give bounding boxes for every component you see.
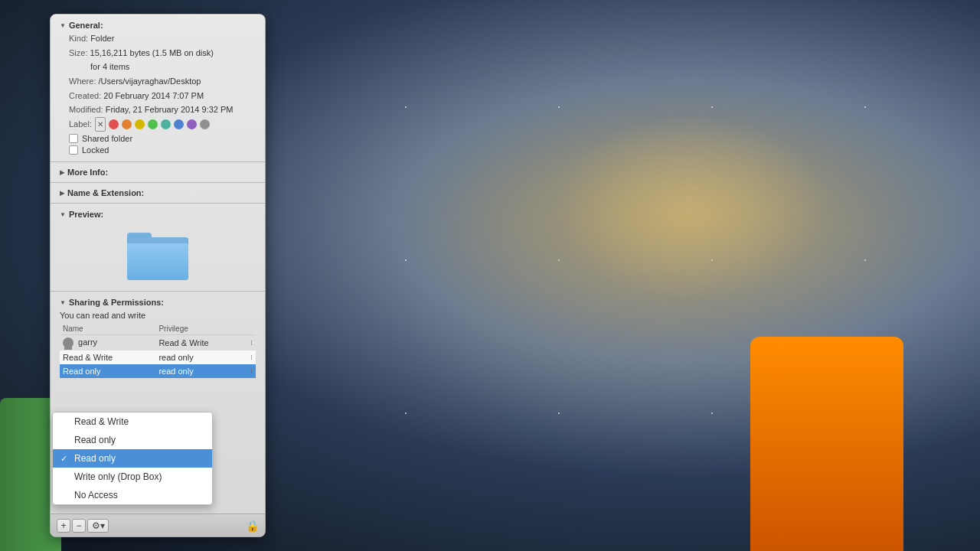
name-extension-header[interactable]: ▶ Name & Extension: [60,187,256,199]
name-ext-triangle: ▶ [60,190,64,197]
add-permission-button[interactable]: + [57,519,70,533]
shared-folder-label: Shared folder [82,134,132,143]
modified-value: Friday, 21 February 2014 9:32 PM [106,105,234,114]
table-row: Read & Write read only ⁝ [60,350,256,364]
label-label: Label: [69,117,92,132]
selected-label: Read only [74,453,116,464]
label-purple[interactable] [187,119,197,129]
label-teal[interactable] [161,119,171,129]
gear-button[interactable]: ⚙ ▾ [87,519,109,533]
col-name-header: Name [60,323,155,335]
label-row: Label: ✕ [60,117,256,132]
read-write-label: Read & Write [74,416,129,427]
toolbar-buttons: + − ⚙ ▾ [57,519,109,533]
name-extension-section: ▶ Name & Extension: [51,183,265,204]
label-gray[interactable] [200,119,210,129]
ro-privilege-value: read only [158,367,193,376]
rw-privilege-value: read only [158,353,193,362]
general-title: General: [69,21,103,30]
size-label: Size: [69,48,87,57]
user-garry-cell: garry [60,335,155,351]
you-can-text: You can read and write [60,311,256,320]
size-items-row: for 4 items [60,60,256,74]
write-only-label: Write only (Drop Box) [74,471,162,482]
ro-name-cell: Read only [60,364,155,378]
rw-privilege-cell: read only ⁝ [155,350,256,364]
modified-row: Modified: Friday, 21 February 2014 9:32 … [60,103,256,117]
dropdown-item-read-write[interactable]: Read & Write [53,412,212,431]
rw-dropdown-arrow: ⁝ [250,354,253,361]
remove-permission-button[interactable]: − [72,519,86,533]
created-label: Created: [69,91,101,100]
size-value: 15,16,211 bytes (1.5 MB on disk) [90,48,214,57]
no-access-label: No Access [74,490,118,500]
rw-privilege-dropdown[interactable]: read only ⁝ [158,353,253,362]
permissions-table: Name Privilege garry Read & Write ⁝ [60,323,256,378]
folder-preview-icon [127,227,188,280]
size-row: Size: 15,16,211 bytes (1.5 MB on disk) [60,46,256,60]
dropdown-item-read-only[interactable]: Read only [53,431,212,449]
where-value: /Users/vijayraghav/Desktop [99,77,201,86]
preview-title: Preview: [69,210,103,219]
shared-folder-row: Shared folder [60,134,256,143]
label-green[interactable] [148,119,158,129]
gear-arrow-icon: ▾ [100,520,105,531]
locked-label: Locked [82,145,109,155]
kind-label: Kind: [69,34,88,43]
garry-name: garry [78,337,97,347]
garry-privilege-value: Read & Write [158,338,208,347]
orange-decor [750,337,903,551]
created-row: Created: 20 February 2014 7:07 PM [60,89,256,103]
name-ext-title: Name & Extension: [67,188,144,197]
garry-privilege-dropdown[interactable]: Read & Write ⁝ [158,338,253,347]
lock-icon[interactable]: 🔒 [246,520,259,532]
privilege-dropdown-menu: Read & Write Read only ✓ Read only Write… [52,412,213,505]
general-triangle: ▼ [60,22,66,29]
more-info-header[interactable]: ▶ More Info: [60,166,256,178]
col-privilege-header: Privilege [155,323,256,335]
label-yellow[interactable] [135,119,145,129]
dropdown-item-write-only[interactable]: Write only (Drop Box) [53,468,212,486]
general-section: ▼ General: Kind: Folder Size: 15,16,211 … [51,15,265,162]
kind-value: Folder [90,34,114,43]
size-items: for 4 items [69,62,129,71]
sharing-triangle: ▼ [60,299,66,306]
label-orange[interactable] [122,119,132,129]
dropdown-item-read-only-selected[interactable]: ✓ Read only [53,449,212,468]
rw-name-cell: Read & Write [60,350,155,364]
where-label: Where: [69,77,96,86]
ro-dropdown-arrow: ⁝ [250,367,253,375]
garry-dropdown-arrow: ⁝ [250,339,253,347]
general-header[interactable]: ▼ General: [60,19,256,31]
sharing-header[interactable]: ▼ Sharing & Permissions: [60,296,256,308]
preview-header[interactable]: ▼ Preview: [60,208,256,220]
label-red[interactable] [109,119,119,129]
created-value: 20 February 2014 7:07 PM [103,91,204,100]
more-info-triangle: ▶ [60,169,64,176]
garry-privilege-cell: Read & Write ⁝ [155,335,256,351]
folder-front [127,243,188,280]
where-row: Where: /Users/vijayraghav/Desktop [60,74,256,89]
more-info-section: ▶ More Info: [51,162,265,183]
user-icon [63,337,74,348]
sharing-section: ▼ Sharing & Permissions: You can read an… [51,292,265,383]
dropdown-item-no-access[interactable]: No Access [53,486,212,504]
more-info-title: More Info: [67,168,108,177]
ro-privilege-dropdown[interactable]: read only ⁝ [158,367,253,376]
read-only-label: Read only [74,435,116,445]
label-blue[interactable] [174,119,184,129]
bottom-toolbar: + − ⚙ ▾ 🔒 [51,514,265,536]
shared-folder-checkbox[interactable] [69,134,78,143]
table-row-highlighted: Read only read only ⁝ [60,364,256,378]
sharing-title: Sharing & Permissions: [69,298,164,307]
table-row: garry Read & Write ⁝ [60,335,256,351]
ro-privilege-cell: read only ⁝ [155,364,256,378]
preview-section: ▼ Preview: [51,204,265,292]
label-x-button[interactable]: ✕ [95,117,106,132]
modified-label: Modified: [69,105,103,114]
locked-checkbox[interactable] [69,145,78,155]
kind-row: Kind: Folder [60,31,256,46]
preview-triangle: ▼ [60,211,66,218]
locked-row: Locked [60,145,256,155]
selected-checkmark: ✓ [60,454,71,464]
